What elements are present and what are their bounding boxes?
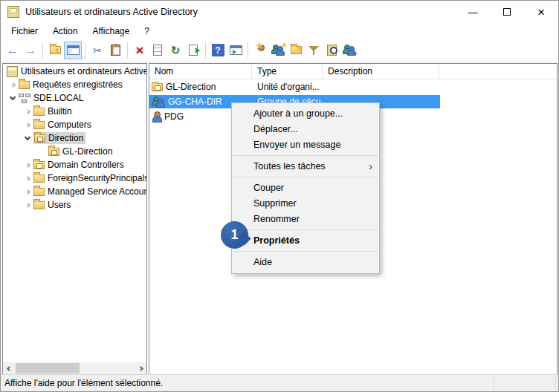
title-bar: Utilisateurs et ordinateurs Active Direc… <box>1 1 558 23</box>
column-header-nom[interactable]: Nom <box>149 64 252 79</box>
minimize-button[interactable]: — <box>456 1 490 23</box>
row-type: Unité d'organi... <box>252 82 323 92</box>
folder-icon <box>33 108 45 116</box>
sidebar-item-users[interactable]: Users <box>3 198 146 212</box>
minimize-icon: — <box>468 7 478 18</box>
column-header-filler <box>439 64 557 79</box>
back-button[interactable]: ← <box>4 42 22 59</box>
cut-icon: ✂ <box>93 45 102 56</box>
expand-icon[interactable] <box>7 79 19 91</box>
sidebar-item-computers[interactable]: Computers <box>3 118 146 131</box>
sidebar-item-gl-direction[interactable]: GL-Direction <box>3 145 146 158</box>
menu-item-add-to-group[interactable]: Ajouter à un groupe... <box>232 106 379 122</box>
tree-item-label: Managed Service Accounts <box>48 186 146 197</box>
folder-icon <box>19 81 30 89</box>
scroll-right-button[interactable] <box>135 362 146 374</box>
cut-button[interactable]: ✂ <box>88 42 106 59</box>
maximize-button[interactable] <box>490 1 524 23</box>
menu-item-cut[interactable]: Couper <box>232 180 379 196</box>
properties-button[interactable] <box>149 42 167 59</box>
mmc-console-icon <box>7 66 18 77</box>
tree-item-label: Builtin <box>48 106 72 117</box>
scrollbar-thumb[interactable] <box>16 363 80 373</box>
tree-item-label: Computers <box>48 120 91 130</box>
selected-tree-item[interactable]: Direction <box>33 132 85 144</box>
delegation-button[interactable]: → <box>340 42 358 59</box>
toolbar: ← → ↑ ✂ × ↻ ? → <box>1 39 558 62</box>
tree-item-label: GL-Direction <box>62 146 112 157</box>
status-bar: Affiche l'aide pour l'élément sélectionn… <box>1 374 558 391</box>
expand-icon[interactable] <box>22 159 33 171</box>
column-header-type[interactable]: Type <box>252 64 323 79</box>
new-user-button[interactable] <box>251 42 269 59</box>
menu-item-help[interactable]: Aide <box>232 255 379 270</box>
menu-fichier[interactable]: Fichier <box>4 24 45 38</box>
ou-icon <box>33 161 45 169</box>
sidebar-item-root[interactable]: Utilisateurs et ordinateurs Active Direc… <box>3 65 146 78</box>
sidebar-item-domain-controllers[interactable]: Domain Controllers <box>3 158 146 172</box>
menu-item-send-message[interactable]: Envoyer un message <box>232 137 379 153</box>
column-header-description[interactable]: Description <box>323 64 439 79</box>
expand-icon[interactable] <box>22 199 33 211</box>
ou-icon <box>34 134 45 143</box>
expand-icon[interactable] <box>22 186 33 197</box>
horizontal-scrollbar[interactable] <box>3 362 146 374</box>
menu-action[interactable]: Action <box>45 24 85 38</box>
tree-item-label: Requêtes enregistrées <box>33 79 123 90</box>
sidebar-item-domain[interactable]: SDE.LOCAL <box>3 91 146 105</box>
menu-item-delete[interactable]: Supprimer <box>232 196 379 212</box>
forward-button[interactable]: → <box>22 42 39 59</box>
menu-item-properties[interactable]: Propriétés <box>232 233 379 249</box>
window-title: Utilisateurs et ordinateurs Active Direc… <box>25 7 198 17</box>
sidebar-item-builtin[interactable]: Builtin <box>3 105 146 118</box>
collapse-icon[interactable] <box>7 92 19 104</box>
statusbar-divider <box>494 376 494 390</box>
folder-icon <box>33 121 45 129</box>
context-menu: Ajouter à un groupe... Déplacer... Envoy… <box>231 102 380 274</box>
close-button[interactable]: × <box>524 1 558 23</box>
menu-separator <box>233 155 378 156</box>
menu-item-move[interactable]: Déplacer... <box>232 122 379 137</box>
sidebar-item-direction[interactable]: Direction <box>3 131 146 145</box>
status-text: Affiche l'aide pour l'élément sélectionn… <box>4 378 163 388</box>
new-ou-button[interactable] <box>287 42 305 59</box>
up-one-level-button[interactable]: ↑ <box>46 42 64 59</box>
menu-item-all-tasks[interactable]: Toutes les tâches› <box>232 159 379 174</box>
menu-bar: Fichier Action Affichage ? <box>1 23 558 39</box>
chevron-right-icon <box>138 365 143 370</box>
delete-button[interactable]: × <box>131 42 149 59</box>
folder-icon <box>33 201 45 209</box>
expand-icon[interactable] <box>22 172 33 184</box>
menu-item-rename[interactable]: Renommer <box>232 212 379 227</box>
new-group-button[interactable] <box>269 42 287 59</box>
sidebar-item-foreign-security-principals[interactable]: ForeignSecurityPrincipals <box>3 172 146 185</box>
help-icon: ? <box>212 44 224 56</box>
group-icon <box>152 97 165 108</box>
sidebar-item-managed-service-accounts[interactable]: Managed Service Accounts <box>3 185 146 198</box>
clipboard-icon <box>111 45 120 56</box>
filter-button[interactable] <box>305 42 323 59</box>
forward-icon: → <box>25 44 36 57</box>
folder-icon <box>33 174 45 183</box>
row-name: GG-CHA-DIR <box>168 97 222 107</box>
find-button[interactable] <box>323 42 340 59</box>
refresh-button[interactable]: ↻ <box>167 42 184 59</box>
collapse-icon[interactable] <box>22 132 33 144</box>
new-group-icon <box>271 45 285 56</box>
expand-icon[interactable] <box>22 105 33 117</box>
sidebar-item-saved-queries[interactable]: Requêtes enregistrées <box>3 78 146 91</box>
expand-icon[interactable] <box>22 119 33 131</box>
paste-button[interactable] <box>106 42 124 59</box>
menu-aide[interactable]: ? <box>137 24 157 38</box>
statusbar-divider <box>555 376 556 390</box>
scroll-left-button[interactable] <box>3 362 15 374</box>
export-list-button[interactable] <box>184 42 202 59</box>
show-console-tree-button[interactable] <box>64 42 82 59</box>
new-window-button[interactable] <box>227 42 245 59</box>
toolbar-separator <box>85 42 85 59</box>
help-button[interactable]: ? <box>209 42 227 59</box>
menu-affichage[interactable]: Affichage <box>85 24 137 38</box>
tree-item-label: Domain Controllers <box>48 160 124 170</box>
list-row-gl-direction[interactable]: GL-Direction Unité d'organi... <box>149 79 557 94</box>
callout-badge-1: 1 <box>221 221 248 249</box>
